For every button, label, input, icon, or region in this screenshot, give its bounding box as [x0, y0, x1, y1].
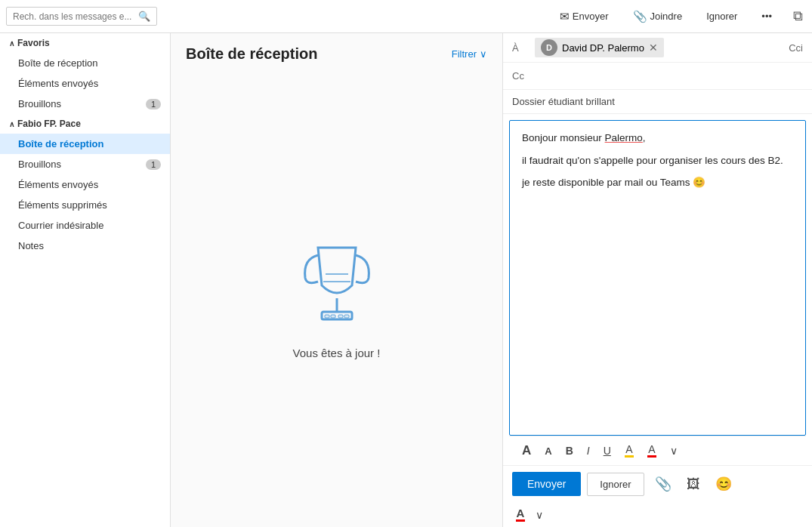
search-icon: 🔍 [138, 11, 150, 22]
svg-rect-5 [331, 315, 335, 318]
middle-panel: Boîte de réception Filtrer ∨ [171, 33, 503, 527]
expand-button[interactable]: ⧉ [790, 5, 806, 27]
font-size-large-button[interactable]: A [518, 441, 535, 461]
favoris-chevron: ∧ [9, 39, 14, 48]
bottom-bar: Envoyer Ignorer 📎 🖼 😊 [503, 465, 812, 502]
filter-button[interactable]: Filtrer ∨ [452, 48, 487, 60]
fabio-section-header[interactable]: ∧ Fabio FP. Pace [0, 114, 170, 134]
sidebar-item-label: Boîte de réception [18, 57, 98, 69]
emoji-button[interactable]: 😊 [711, 473, 736, 495]
ignorer-label: Ignorer [706, 11, 737, 22]
body-line2: il faudrait qu'on s'appelle pour organis… [522, 153, 793, 169]
sidebar-item-label: Éléments envoyés [18, 179, 98, 190]
sidebar-item-label: Boîte de réception [18, 138, 103, 149]
envoyer-button[interactable]: ✉ Envoyer [554, 7, 615, 26]
font-color-row: A ∨ [503, 502, 812, 527]
top-bar-actions: ✉ Envoyer 📎 Joindre Ignorer ••• ⧉ [554, 5, 806, 27]
insert-image-button[interactable]: 🖼 [682, 473, 705, 495]
joindre-icon: 📎 [633, 10, 647, 23]
up-to-date-text: Vous êtes à jour ! [293, 347, 381, 359]
format-toolbar: A A B I U A A ∨ [509, 436, 806, 465]
sidebar-item-label: Éléments envoyés [18, 78, 98, 89]
sidebar-item-brouillons[interactable]: Brouillons 1 [0, 154, 170, 174]
sidebar-item-label: Éléments supprimés [18, 199, 107, 211]
trophy-illustration [292, 236, 382, 334]
to-field: À D David DP. Palermo ✕ Cci [503, 33, 812, 63]
middle-header: Boîte de réception Filtrer ∨ [171, 33, 502, 69]
top-bar: 🔍 ✉ Envoyer 📎 Joindre Ignorer ••• ⧉ [0, 0, 812, 33]
svg-rect-7 [344, 315, 349, 318]
body-line3: je reste disponible par mail ou Teams 😊 [522, 174, 793, 191]
recipient-tag: D David DP. Palermo ✕ [535, 38, 664, 57]
sidebar-item-elements-envoyes[interactable]: Éléments envoyés [0, 174, 170, 195]
italic-button[interactable]: I [583, 442, 594, 459]
recipient-avatar: D [541, 39, 557, 56]
sidebar: ∧ Favoris Boîte de réception Éléments en… [0, 33, 171, 527]
favoris-section-header[interactable]: ∧ Favoris [0, 33, 170, 53]
joindre-button[interactable]: 📎 Joindre [627, 7, 689, 26]
ignorer-button[interactable]: Ignorer [700, 8, 743, 25]
trophy-svg [292, 236, 382, 334]
brouillons-badge: 1 [146, 99, 161, 109]
discard-button[interactable]: Ignorer [587, 473, 644, 496]
attach-icon: 📎 [655, 476, 672, 492]
font-color-dropdown-button[interactable]: ∨ [532, 507, 547, 523]
right-panel: À D David DP. Palermo ✕ Cci Cc Dossier é… [503, 33, 812, 527]
subject-field[interactable]: Dossier étudiant brillant [503, 90, 812, 114]
more-icon: ••• [761, 11, 772, 22]
fabio-chevron: ∧ [9, 120, 14, 128]
to-label: À [512, 42, 535, 54]
main-layout: ∧ Favoris Boîte de réception Éléments en… [0, 33, 812, 527]
sidebar-item-label: Courrier indésirable [18, 220, 103, 231]
more-button[interactable]: ••• [755, 8, 778, 25]
sidebar-item-notes[interactable]: Notes [0, 236, 170, 256]
image-icon: 🖼 [687, 476, 700, 492]
svg-rect-4 [325, 315, 329, 318]
filter-label: Filtrer [452, 48, 477, 60]
search-input[interactable] [13, 11, 134, 22]
sidebar-item-brouillons-favoris[interactable]: Brouillons 1 [0, 94, 170, 114]
expand-icon: ⧉ [793, 8, 803, 23]
filter-chevron-icon: ∨ [480, 48, 487, 60]
fabio-label: Fabio FP. Pace [17, 119, 81, 129]
recipient-remove-button[interactable]: ✕ [649, 42, 658, 54]
underline-button[interactable]: U [600, 442, 615, 459]
bold-button[interactable]: B [562, 442, 577, 459]
more-format-button[interactable]: ∨ [666, 442, 681, 459]
font-color-bottom-button[interactable]: A [512, 505, 529, 524]
sidebar-item-boite-reception-favoris[interactable]: Boîte de réception [0, 53, 170, 73]
compose-body[interactable]: Bonjour monsieur Palermo, il faudrait qu… [509, 120, 806, 436]
sidebar-item-label: Brouillons [18, 159, 61, 170]
send-button[interactable]: Envoyer [512, 472, 581, 496]
sidebar-item-label: Brouillons [18, 98, 61, 109]
envoyer-label: Envoyer [573, 11, 609, 22]
cc-label: Cc [512, 70, 535, 82]
cc-field[interactable]: Cc [503, 63, 812, 90]
middle-content: Vous êtes à jour ! [171, 69, 502, 527]
bcc-label: Cci [789, 42, 803, 54]
highlight-button[interactable]: A [621, 442, 638, 460]
sidebar-item-elements-envoyes-favoris[interactable]: Éléments envoyés [0, 73, 170, 94]
brouillons-fabio-badge: 1 [146, 159, 161, 170]
inbox-title: Boîte de réception [186, 45, 317, 63]
sidebar-item-label: Notes [18, 240, 44, 251]
search-box[interactable]: 🔍 [6, 7, 157, 26]
sidebar-item-boite-reception[interactable]: Boîte de réception [0, 134, 170, 154]
joindre-label: Joindre [650, 11, 683, 22]
svg-rect-6 [338, 315, 343, 318]
subject-text: Dossier étudiant brillant [512, 96, 615, 107]
recipient-underlined: Palermo [605, 132, 643, 143]
favoris-label: Favoris [17, 38, 50, 48]
font-color-button[interactable]: A [644, 442, 660, 460]
sidebar-item-courrier-indesirable[interactable]: Courrier indésirable [0, 215, 170, 236]
body-line1: Bonjour monsieur Palermo, [522, 130, 793, 146]
recipient-name: David DP. Palermo [562, 42, 644, 54]
sidebar-item-elements-supprimes[interactable]: Éléments supprimés [0, 195, 170, 215]
emoji-icon: 😊 [715, 476, 732, 492]
font-size-small-button[interactable]: A [541, 443, 555, 459]
attach-button[interactable]: 📎 [650, 473, 676, 495]
envoyer-icon: ✉ [560, 10, 570, 23]
